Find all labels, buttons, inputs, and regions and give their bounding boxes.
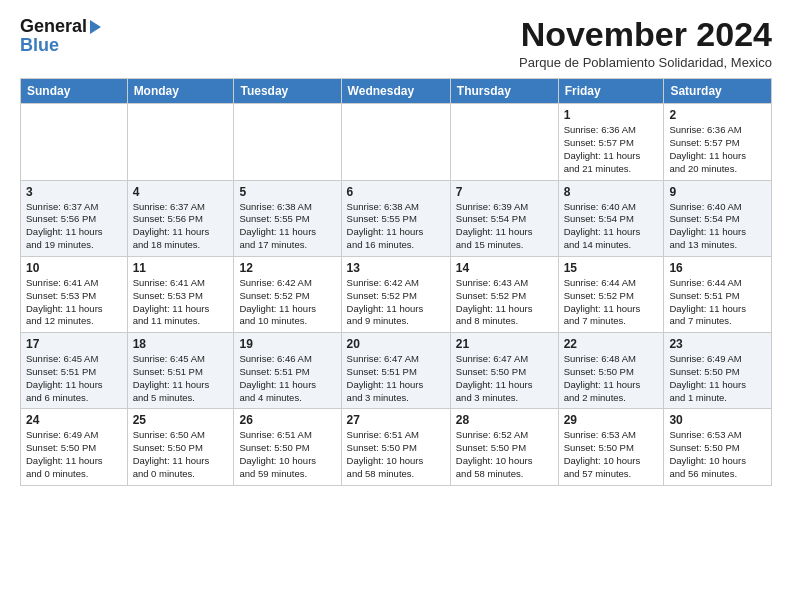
calendar-cell: 7Sunrise: 6:39 AM Sunset: 5:54 PM Daylig… bbox=[450, 180, 558, 256]
day-info: Sunrise: 6:41 AM Sunset: 5:53 PM Dayligh… bbox=[26, 277, 122, 328]
day-number: 12 bbox=[239, 261, 335, 275]
header-wednesday: Wednesday bbox=[341, 79, 450, 104]
calendar-cell: 16Sunrise: 6:44 AM Sunset: 5:51 PM Dayli… bbox=[664, 256, 772, 332]
day-number: 24 bbox=[26, 413, 122, 427]
day-number: 3 bbox=[26, 185, 122, 199]
day-number: 1 bbox=[564, 108, 659, 122]
day-info: Sunrise: 6:53 AM Sunset: 5:50 PM Dayligh… bbox=[669, 429, 766, 480]
calendar-cell: 13Sunrise: 6:42 AM Sunset: 5:52 PM Dayli… bbox=[341, 256, 450, 332]
calendar-cell: 4Sunrise: 6:37 AM Sunset: 5:56 PM Daylig… bbox=[127, 180, 234, 256]
day-info: Sunrise: 6:37 AM Sunset: 5:56 PM Dayligh… bbox=[26, 201, 122, 252]
calendar-cell: 25Sunrise: 6:50 AM Sunset: 5:50 PM Dayli… bbox=[127, 409, 234, 485]
calendar-cell bbox=[234, 104, 341, 180]
header-thursday: Thursday bbox=[450, 79, 558, 104]
day-number: 8 bbox=[564, 185, 659, 199]
day-info: Sunrise: 6:41 AM Sunset: 5:53 PM Dayligh… bbox=[133, 277, 229, 328]
calendar-cell bbox=[341, 104, 450, 180]
page-container: General Blue November 2024 Parque de Pob… bbox=[0, 0, 792, 498]
day-number: 10 bbox=[26, 261, 122, 275]
day-number: 28 bbox=[456, 413, 553, 427]
title-block: November 2024 Parque de Poblamiento Soli… bbox=[519, 16, 772, 70]
calendar-table: Sunday Monday Tuesday Wednesday Thursday… bbox=[20, 78, 772, 485]
calendar-cell bbox=[450, 104, 558, 180]
month-title: November 2024 bbox=[519, 16, 772, 53]
calendar-cell: 18Sunrise: 6:45 AM Sunset: 5:51 PM Dayli… bbox=[127, 333, 234, 409]
calendar-cell: 17Sunrise: 6:45 AM Sunset: 5:51 PM Dayli… bbox=[21, 333, 128, 409]
day-info: Sunrise: 6:46 AM Sunset: 5:51 PM Dayligh… bbox=[239, 353, 335, 404]
calendar-cell: 3Sunrise: 6:37 AM Sunset: 5:56 PM Daylig… bbox=[21, 180, 128, 256]
header-saturday: Saturday bbox=[664, 79, 772, 104]
calendar-cell: 14Sunrise: 6:43 AM Sunset: 5:52 PM Dayli… bbox=[450, 256, 558, 332]
calendar-cell: 8Sunrise: 6:40 AM Sunset: 5:54 PM Daylig… bbox=[558, 180, 664, 256]
day-info: Sunrise: 6:40 AM Sunset: 5:54 PM Dayligh… bbox=[564, 201, 659, 252]
header-tuesday: Tuesday bbox=[234, 79, 341, 104]
calendar-cell: 19Sunrise: 6:46 AM Sunset: 5:51 PM Dayli… bbox=[234, 333, 341, 409]
day-number: 15 bbox=[564, 261, 659, 275]
calendar-week-row: 3Sunrise: 6:37 AM Sunset: 5:56 PM Daylig… bbox=[21, 180, 772, 256]
header-sunday: Sunday bbox=[21, 79, 128, 104]
day-info: Sunrise: 6:42 AM Sunset: 5:52 PM Dayligh… bbox=[239, 277, 335, 328]
day-info: Sunrise: 6:40 AM Sunset: 5:54 PM Dayligh… bbox=[669, 201, 766, 252]
day-number: 23 bbox=[669, 337, 766, 351]
calendar-week-row: 24Sunrise: 6:49 AM Sunset: 5:50 PM Dayli… bbox=[21, 409, 772, 485]
day-number: 9 bbox=[669, 185, 766, 199]
logo-text-block: General Blue bbox=[20, 16, 101, 55]
day-number: 11 bbox=[133, 261, 229, 275]
day-info: Sunrise: 6:48 AM Sunset: 5:50 PM Dayligh… bbox=[564, 353, 659, 404]
day-info: Sunrise: 6:44 AM Sunset: 5:52 PM Dayligh… bbox=[564, 277, 659, 328]
calendar-cell bbox=[127, 104, 234, 180]
subtitle: Parque de Poblamiento Solidaridad, Mexic… bbox=[519, 55, 772, 70]
calendar-cell: 12Sunrise: 6:42 AM Sunset: 5:52 PM Dayli… bbox=[234, 256, 341, 332]
calendar-cell: 5Sunrise: 6:38 AM Sunset: 5:55 PM Daylig… bbox=[234, 180, 341, 256]
day-info: Sunrise: 6:36 AM Sunset: 5:57 PM Dayligh… bbox=[669, 124, 766, 175]
calendar-cell: 26Sunrise: 6:51 AM Sunset: 5:50 PM Dayli… bbox=[234, 409, 341, 485]
logo: General Blue bbox=[20, 16, 101, 55]
day-number: 27 bbox=[347, 413, 445, 427]
day-number: 7 bbox=[456, 185, 553, 199]
calendar-cell: 2Sunrise: 6:36 AM Sunset: 5:57 PM Daylig… bbox=[664, 104, 772, 180]
day-number: 21 bbox=[456, 337, 553, 351]
logo-text: General bbox=[20, 16, 101, 37]
day-info: Sunrise: 6:49 AM Sunset: 5:50 PM Dayligh… bbox=[669, 353, 766, 404]
day-number: 29 bbox=[564, 413, 659, 427]
calendar-cell: 10Sunrise: 6:41 AM Sunset: 5:53 PM Dayli… bbox=[21, 256, 128, 332]
calendar-cell: 24Sunrise: 6:49 AM Sunset: 5:50 PM Dayli… bbox=[21, 409, 128, 485]
day-number: 4 bbox=[133, 185, 229, 199]
day-number: 5 bbox=[239, 185, 335, 199]
logo-blue: Blue bbox=[20, 35, 101, 56]
header: General Blue November 2024 Parque de Pob… bbox=[20, 16, 772, 70]
day-number: 13 bbox=[347, 261, 445, 275]
day-number: 6 bbox=[347, 185, 445, 199]
day-info: Sunrise: 6:49 AM Sunset: 5:50 PM Dayligh… bbox=[26, 429, 122, 480]
day-number: 26 bbox=[239, 413, 335, 427]
calendar-cell: 27Sunrise: 6:51 AM Sunset: 5:50 PM Dayli… bbox=[341, 409, 450, 485]
calendar-cell: 21Sunrise: 6:47 AM Sunset: 5:50 PM Dayli… bbox=[450, 333, 558, 409]
day-info: Sunrise: 6:37 AM Sunset: 5:56 PM Dayligh… bbox=[133, 201, 229, 252]
day-info: Sunrise: 6:51 AM Sunset: 5:50 PM Dayligh… bbox=[347, 429, 445, 480]
day-info: Sunrise: 6:45 AM Sunset: 5:51 PM Dayligh… bbox=[133, 353, 229, 404]
calendar-cell: 23Sunrise: 6:49 AM Sunset: 5:50 PM Dayli… bbox=[664, 333, 772, 409]
day-info: Sunrise: 6:47 AM Sunset: 5:51 PM Dayligh… bbox=[347, 353, 445, 404]
day-info: Sunrise: 6:42 AM Sunset: 5:52 PM Dayligh… bbox=[347, 277, 445, 328]
day-number: 25 bbox=[133, 413, 229, 427]
header-monday: Monday bbox=[127, 79, 234, 104]
calendar-cell: 28Sunrise: 6:52 AM Sunset: 5:50 PM Dayli… bbox=[450, 409, 558, 485]
calendar-cell: 22Sunrise: 6:48 AM Sunset: 5:50 PM Dayli… bbox=[558, 333, 664, 409]
day-number: 22 bbox=[564, 337, 659, 351]
day-info: Sunrise: 6:53 AM Sunset: 5:50 PM Dayligh… bbox=[564, 429, 659, 480]
header-friday: Friday bbox=[558, 79, 664, 104]
day-number: 2 bbox=[669, 108, 766, 122]
day-number: 14 bbox=[456, 261, 553, 275]
day-number: 17 bbox=[26, 337, 122, 351]
day-info: Sunrise: 6:47 AM Sunset: 5:50 PM Dayligh… bbox=[456, 353, 553, 404]
calendar-cell: 15Sunrise: 6:44 AM Sunset: 5:52 PM Dayli… bbox=[558, 256, 664, 332]
day-number: 20 bbox=[347, 337, 445, 351]
calendar-header-row: Sunday Monday Tuesday Wednesday Thursday… bbox=[21, 79, 772, 104]
day-info: Sunrise: 6:36 AM Sunset: 5:57 PM Dayligh… bbox=[564, 124, 659, 175]
day-info: Sunrise: 6:38 AM Sunset: 5:55 PM Dayligh… bbox=[239, 201, 335, 252]
calendar-week-row: 17Sunrise: 6:45 AM Sunset: 5:51 PM Dayli… bbox=[21, 333, 772, 409]
day-info: Sunrise: 6:38 AM Sunset: 5:55 PM Dayligh… bbox=[347, 201, 445, 252]
day-info: Sunrise: 6:45 AM Sunset: 5:51 PM Dayligh… bbox=[26, 353, 122, 404]
day-number: 18 bbox=[133, 337, 229, 351]
calendar-cell: 29Sunrise: 6:53 AM Sunset: 5:50 PM Dayli… bbox=[558, 409, 664, 485]
